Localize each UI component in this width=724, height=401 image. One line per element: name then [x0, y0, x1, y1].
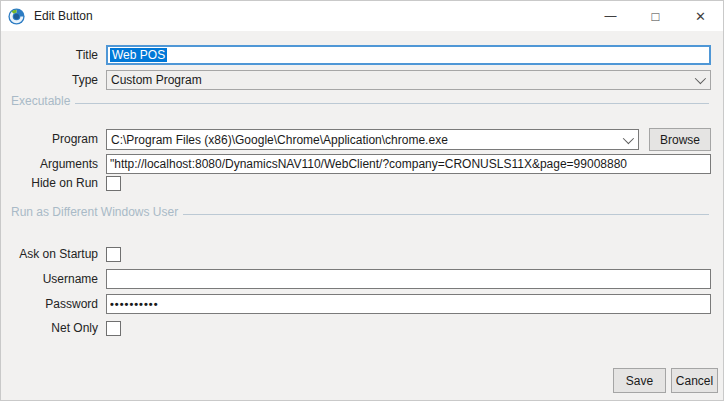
chevron-down-icon: [695, 73, 706, 84]
username-input[interactable]: [106, 269, 711, 289]
hide-on-run-label: Hide on Run: [1, 176, 98, 191]
type-dropdown[interactable]: Custom Program: [106, 70, 711, 90]
title-label: Title: [1, 45, 98, 65]
hide-on-run-checkbox[interactable]: [106, 176, 121, 191]
section-run-as: Run as Different Windows User: [11, 205, 709, 219]
arguments-label: Arguments: [1, 154, 98, 174]
ask-on-startup-label: Ask on Startup: [1, 247, 98, 262]
maximize-icon[interactable]: □: [633, 1, 678, 31]
section-divider: [183, 214, 709, 215]
minimize-icon[interactable]: —: [588, 1, 633, 31]
window-controls: — □ ✕: [588, 1, 723, 31]
ask-on-startup-checkbox[interactable]: [106, 247, 121, 262]
username-label: Username: [1, 269, 98, 289]
arguments-input[interactable]: [106, 154, 711, 174]
password-label: Password: [1, 294, 98, 314]
section-executable-label: Executable: [11, 94, 70, 108]
cancel-button[interactable]: Cancel: [671, 368, 718, 393]
net-only-label: Net Only: [1, 321, 98, 336]
password-input[interactable]: [106, 294, 711, 314]
chevron-down-icon: [623, 132, 634, 143]
section-executable: Executable: [11, 94, 709, 108]
type-label: Type: [1, 70, 98, 90]
section-run-as-label: Run as Different Windows User: [11, 205, 178, 219]
form-body: Title Web POS Type Custom Program Execut…: [1, 31, 723, 400]
edit-button-dialog: Edit Button — □ ✕ Title Web POS Type Cus…: [0, 0, 724, 401]
app-logo-icon: [8, 8, 25, 25]
type-selected-value: Custom Program: [111, 73, 695, 87]
program-value: C:\Program Files (x86)\Google\Chrome\App…: [111, 133, 623, 147]
browse-button[interactable]: Browse: [649, 128, 711, 151]
titlebar: Edit Button — □ ✕: [1, 1, 723, 31]
section-divider: [75, 103, 709, 104]
window-title: Edit Button: [34, 9, 93, 23]
title-selected-text: Web POS: [110, 48, 167, 62]
save-button[interactable]: Save: [613, 368, 666, 393]
title-input[interactable]: Web POS: [106, 45, 711, 65]
close-icon[interactable]: ✕: [678, 1, 723, 31]
program-combobox[interactable]: C:\Program Files (x86)\Google\Chrome\App…: [106, 129, 639, 150]
net-only-checkbox[interactable]: [106, 321, 121, 336]
program-label: Program: [1, 129, 98, 150]
